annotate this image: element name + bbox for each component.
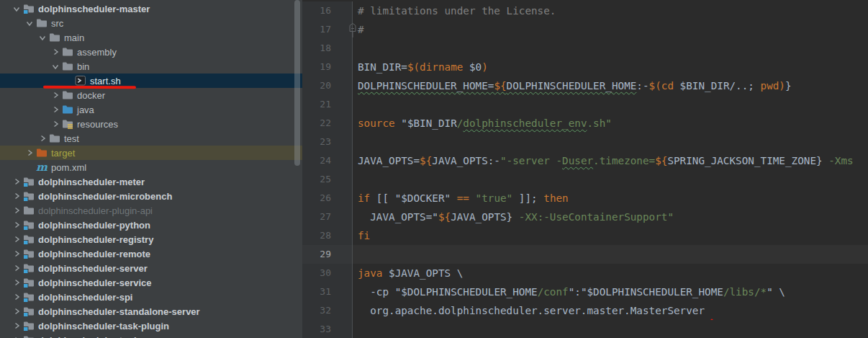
code-line[interactable]: if [[ "$DOCKER" == "true" ]]; then <box>353 189 868 208</box>
line-number[interactable]: 18 <box>302 39 353 58</box>
line-number[interactable]: 30 <box>302 264 353 283</box>
line-number[interactable]: 27 <box>302 208 353 226</box>
editor-line-23: 23 <box>302 133 868 151</box>
code-token: DOLPHINSCHEDULER_HOME <box>507 80 637 92</box>
folder-icon <box>23 205 35 216</box>
chevron-down-icon[interactable] <box>49 59 62 74</box>
chevron-right-icon[interactable] <box>10 261 23 275</box>
code-line[interactable]: source "$BIN_DIR/dolphinscheduler_env.sh… <box>353 114 868 133</box>
tree-item-assembly[interactable]: assembly <box>0 45 302 59</box>
tree-scrollbar-thumb[interactable] <box>294 0 300 166</box>
chevron-right-icon[interactable] <box>10 319 23 333</box>
code-line[interactable] <box>353 133 868 151</box>
code-line[interactable] <box>353 170 868 189</box>
chevron-right-icon[interactable] <box>10 246 23 261</box>
chevron-right-icon[interactable] <box>10 275 23 290</box>
code-token: Duser <box>562 155 593 166</box>
code-line[interactable]: JAVA_OPTS="${JAVA_OPTS} -XX:-UseContaine… <box>353 208 868 226</box>
line-number[interactable]: 16 <box>302 1 353 20</box>
line-number[interactable]: 32 <box>302 301 353 320</box>
code-line[interactable] <box>353 245 868 264</box>
line-number[interactable]: 22 <box>302 114 353 133</box>
tree-item-dolphinscheduler-tools[interactable]: dolphinscheduler-tools <box>0 333 302 338</box>
line-number[interactable]: 20 <box>302 76 353 95</box>
tree-item-dolphinscheduler-standalone-server[interactable]: dolphinscheduler-standalone-server <box>0 304 302 319</box>
code-line[interactable] <box>353 39 868 58</box>
chevron-down-icon[interactable] <box>36 30 49 45</box>
editor-line-28: 28fi <box>302 226 868 245</box>
tree-item-dolphinscheduler-master[interactable]: dolphinscheduler-master <box>0 1 302 16</box>
chevron-right-icon[interactable] <box>10 189 23 203</box>
line-number[interactable]: 19 <box>302 58 353 76</box>
tree-item-target[interactable]: target <box>0 146 302 160</box>
tree-item-dolphinscheduler-spi[interactable]: dolphinscheduler-spi <box>0 290 302 304</box>
chevron-right-icon[interactable] <box>10 333 23 338</box>
tree-item-resources[interactable]: resources <box>0 117 302 131</box>
code-line[interactable]: BIN_DIR=$(dirname $0) <box>353 58 868 76</box>
code-line[interactable]: # limitations under the License. <box>353 1 868 20</box>
chevron-down-icon[interactable] <box>23 16 36 30</box>
folder-icon <box>49 32 60 43</box>
chevron-right-icon[interactable] <box>10 203 23 218</box>
tree-item-dolphinscheduler-remote[interactable]: dolphinscheduler-remote <box>0 246 302 261</box>
tree-item-dolphinscheduler-python[interactable]: dolphinscheduler-python <box>0 218 302 232</box>
tree-item-test[interactable]: test <box>0 131 302 146</box>
tree-item-pom-xml[interactable]: mpom.xml <box>0 160 302 174</box>
line-number[interactable]: 17 <box>302 20 353 39</box>
tree-item-src[interactable]: src <box>0 16 302 30</box>
chevron-right-icon[interactable] <box>23 146 36 160</box>
code-token: .timezone= <box>593 155 655 166</box>
line-number[interactable]: 25 <box>302 170 353 189</box>
code-line[interactable]: -cp "$DOLPHINSCHEDULER_HOME/conf":"$DOLP… <box>353 283 868 301</box>
line-number[interactable]: 31 <box>302 283 353 301</box>
line-number[interactable]: 26 <box>302 189 353 208</box>
code-line[interactable]: # <box>353 20 868 39</box>
module-icon <box>23 3 35 14</box>
line-number[interactable]: 33 <box>302 320 353 338</box>
code-line[interactable] <box>353 320 868 338</box>
code-token: BIN_DIR= <box>358 61 407 73</box>
chevron-right-icon[interactable] <box>36 131 49 146</box>
chevron-right-icon[interactable] <box>10 174 23 189</box>
code-line[interactable]: org.apache.dolphinscheduler.server.maste… <box>353 301 868 320</box>
code-line[interactable] <box>353 95 868 114</box>
code-line[interactable]: JAVA_OPTS=${JAVA_OPTS:-"-server -Duser.t… <box>353 151 868 170</box>
tree-item-label: dolphinscheduler-standalone-server <box>38 306 200 317</box>
code-token: /libs/* <box>723 286 767 298</box>
code-line[interactable]: java $JAVA_OPTS \ <box>353 264 868 283</box>
tree-item-dolphinscheduler-service[interactable]: dolphinscheduler-service <box>0 275 302 290</box>
tree-item-bin[interactable]: bin <box>0 59 302 74</box>
chevron-right-icon[interactable] <box>10 304 23 319</box>
svg-text:m: m <box>36 161 48 173</box>
line-number[interactable]: 29 <box>302 245 353 264</box>
editor-line-29: 29 <box>302 245 868 264</box>
chevron-right-icon[interactable] <box>49 45 62 59</box>
editor-line-30: 30java $JAVA_OPTS \ <box>302 264 868 283</box>
tree-item-dolphinscheduler-server[interactable]: dolphinscheduler-server <box>0 261 302 275</box>
tree-item-main[interactable]: main <box>0 30 302 45</box>
code-token: ) <box>482 61 488 73</box>
code-token: ; <box>748 80 760 92</box>
chevron-right-icon[interactable] <box>49 88 62 102</box>
line-number[interactable]: 24 <box>302 151 353 170</box>
tree-item-dolphinscheduler-registry[interactable]: dolphinscheduler-registry <box>0 232 302 246</box>
line-number[interactable]: 21 <box>302 95 353 114</box>
line-number[interactable]: 23 <box>302 133 353 151</box>
chevron-right-icon[interactable] <box>10 218 23 232</box>
code-line[interactable]: fi <box>353 226 868 245</box>
tree-item-dolphinscheduler-task-plugin[interactable]: dolphinscheduler-task-plugin <box>0 319 302 333</box>
chevron-right-icon[interactable] <box>49 117 62 131</box>
tree-item-dolphinscheduler-microbench[interactable]: dolphinscheduler-microbench <box>0 189 302 203</box>
tree-item-java[interactable]: java <box>0 102 302 117</box>
code-token: source <box>358 117 395 129</box>
tree-item-dolphinscheduler-plugin-api[interactable]: dolphinscheduler-plugin-api <box>0 203 302 218</box>
code-token: " <box>581 286 587 298</box>
tree-item-dolphinscheduler-meter[interactable]: dolphinscheduler-meter <box>0 174 302 189</box>
chevron-down-icon[interactable] <box>10 1 23 16</box>
line-number[interactable]: 28 <box>302 226 353 245</box>
chevron-right-icon[interactable] <box>49 102 62 117</box>
chevron-right-icon[interactable] <box>10 232 23 246</box>
code-line[interactable]: DOLPHINSCHEDULER_HOME=${DOLPHINSCHEDULER… <box>353 76 868 95</box>
tree-item-docker[interactable]: docker <box>0 88 302 102</box>
chevron-right-icon[interactable] <box>10 290 23 304</box>
